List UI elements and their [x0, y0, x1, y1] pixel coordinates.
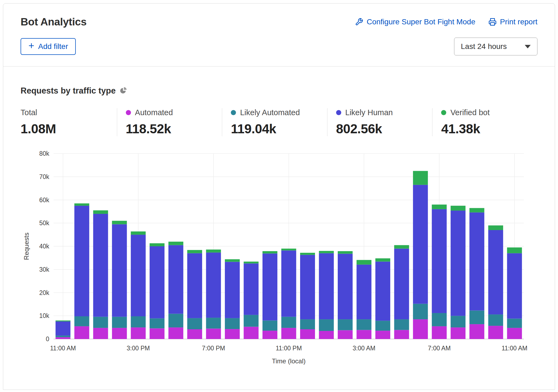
bar-segment-likely-automated[interactable] [262, 320, 277, 331]
bar-segment-likely-human[interactable] [225, 262, 240, 318]
bar-segment-verified-bot[interactable] [357, 260, 372, 265]
bar-segment-verified-bot[interactable] [187, 250, 202, 253]
bar-segment-likely-human[interactable] [413, 185, 428, 304]
bar-segment-automated[interactable] [150, 328, 165, 339]
bar-segment-automated[interactable] [338, 330, 353, 339]
bar-segment-likely-automated[interactable] [507, 319, 522, 328]
bar-segment-automated[interactable] [300, 329, 315, 339]
bar-segment-verified-bot[interactable] [262, 251, 277, 254]
add-filter-button[interactable]: Add filter [21, 38, 76, 55]
bar-segment-likely-automated[interactable] [451, 316, 465, 327]
bar-segment-automated[interactable] [206, 328, 221, 339]
bar-segment-automated[interactable] [55, 337, 70, 339]
bar-segment-likely-automated[interactable] [74, 316, 89, 326]
print-report-link[interactable]: Print report [488, 18, 538, 26]
bar-segment-verified-bot[interactable] [432, 205, 447, 209]
bar-segment-likely-human[interactable] [55, 321, 70, 335]
bar-segment-likely-automated[interactable] [413, 304, 428, 319]
bar-segment-likely-automated[interactable] [112, 317, 127, 328]
bar-segment-automated[interactable] [413, 319, 428, 339]
bar-segment-automated[interactable] [319, 331, 334, 339]
bar-segment-verified-bot[interactable] [338, 251, 353, 254]
bar-segment-verified-bot[interactable] [206, 250, 221, 253]
bar-segment-likely-human[interactable] [300, 255, 315, 319]
bar-segment-verified-bot[interactable] [74, 203, 89, 206]
bar-segment-verified-bot[interactable] [225, 259, 240, 262]
bar-segment-likely-human[interactable] [150, 246, 165, 318]
bar-segment-likely-human[interactable] [357, 265, 372, 319]
bar-segment-likely-human[interactable] [338, 254, 353, 319]
bar-segment-likely-human[interactable] [375, 262, 390, 321]
bar-segment-verified-bot[interactable] [470, 208, 484, 212]
bar-segment-automated[interactable] [74, 326, 89, 339]
bar-segment-automated[interactable] [357, 330, 372, 339]
bar-segment-likely-automated[interactable] [206, 318, 221, 328]
bar-segment-likely-human[interactable] [206, 253, 221, 318]
bar-segment-likely-automated[interactable] [93, 317, 108, 328]
bar-segment-automated[interactable] [281, 328, 296, 339]
bar-segment-likely-automated[interactable] [150, 318, 165, 328]
bar-segment-likely-human[interactable] [262, 254, 277, 321]
pie-chart-icon[interactable] [120, 87, 127, 95]
bar-segment-verified-bot[interactable] [488, 225, 503, 230]
bar-segment-likely-human[interactable] [131, 235, 146, 316]
bar-segment-verified-bot[interactable] [112, 221, 127, 224]
bar-segment-likely-human[interactable] [432, 209, 447, 313]
bar-segment-likely-automated[interactable] [131, 316, 146, 327]
bar-segment-verified-bot[interactable] [507, 247, 522, 253]
bar-segment-likely-human[interactable] [112, 224, 127, 317]
bar-segment-verified-bot[interactable] [451, 206, 465, 211]
bar-segment-likely-automated[interactable] [300, 319, 315, 329]
bar-segment-automated[interactable] [394, 330, 409, 339]
bar-segment-verified-bot[interactable] [55, 320, 70, 321]
bar-segment-likely-automated[interactable] [168, 314, 183, 328]
bar-segment-automated[interactable] [262, 331, 277, 339]
bar-segment-automated[interactable] [507, 328, 522, 339]
bar-segment-likely-automated[interactable] [319, 319, 334, 331]
bar-segment-likely-automated[interactable] [357, 319, 372, 330]
bar-segment-verified-bot[interactable] [244, 262, 258, 264]
bar-segment-automated[interactable] [432, 326, 447, 339]
bar-segment-verified-bot[interactable] [413, 171, 428, 185]
bar-segment-verified-bot[interactable] [394, 245, 409, 249]
bar-segment-automated[interactable] [131, 327, 146, 339]
bar-segment-automated[interactable] [488, 326, 503, 339]
bar-segment-likely-automated[interactable] [432, 313, 447, 326]
bar-segment-likely-automated[interactable] [225, 318, 240, 329]
bar-segment-automated[interactable] [93, 328, 108, 339]
bar-segment-verified-bot[interactable] [281, 249, 296, 251]
bar-segment-likely-human[interactable] [319, 253, 334, 319]
bar-segment-likely-human[interactable] [470, 212, 484, 311]
bar-segment-automated[interactable] [470, 324, 484, 339]
bar-segment-likely-human[interactable] [168, 245, 183, 314]
bar-segment-likely-human[interactable] [74, 206, 89, 316]
bar-segment-verified-bot[interactable] [375, 258, 390, 262]
bar-segment-verified-bot[interactable] [300, 253, 315, 255]
bar-segment-likely-human[interactable] [394, 249, 409, 320]
configure-super-bot-fight-mode-link[interactable]: Configure Super Bot Fight Mode [355, 18, 475, 26]
bar-segment-likely-automated[interactable] [55, 335, 70, 337]
bar-segment-likely-automated[interactable] [375, 321, 390, 331]
bar-segment-likely-human[interactable] [507, 253, 522, 319]
bar-segment-likely-human[interactable] [93, 214, 108, 317]
bar-segment-likely-human[interactable] [244, 263, 258, 315]
bar-segment-likely-automated[interactable] [281, 317, 296, 328]
bar-segment-likely-human[interactable] [451, 211, 465, 316]
bar-segment-likely-human[interactable] [187, 253, 202, 318]
bar-segment-verified-bot[interactable] [93, 210, 108, 214]
bar-segment-automated[interactable] [244, 327, 258, 339]
bar-segment-automated[interactable] [168, 327, 183, 339]
bar-segment-automated[interactable] [187, 329, 202, 339]
bar-segment-automated[interactable] [225, 329, 240, 339]
bar-segment-automated[interactable] [112, 328, 127, 339]
bar-segment-likely-automated[interactable] [187, 318, 202, 329]
bar-segment-likely-automated[interactable] [394, 319, 409, 330]
bar-segment-likely-human[interactable] [488, 230, 503, 314]
bar-segment-verified-bot[interactable] [168, 242, 183, 245]
time-range-select[interactable]: Last 24 hours [454, 38, 537, 55]
bar-segment-likely-automated[interactable] [470, 311, 484, 324]
bar-segment-likely-human[interactable] [281, 250, 296, 317]
bar-segment-verified-bot[interactable] [131, 231, 146, 235]
bar-segment-likely-automated[interactable] [488, 314, 503, 326]
bar-segment-likely-automated[interactable] [338, 319, 353, 330]
